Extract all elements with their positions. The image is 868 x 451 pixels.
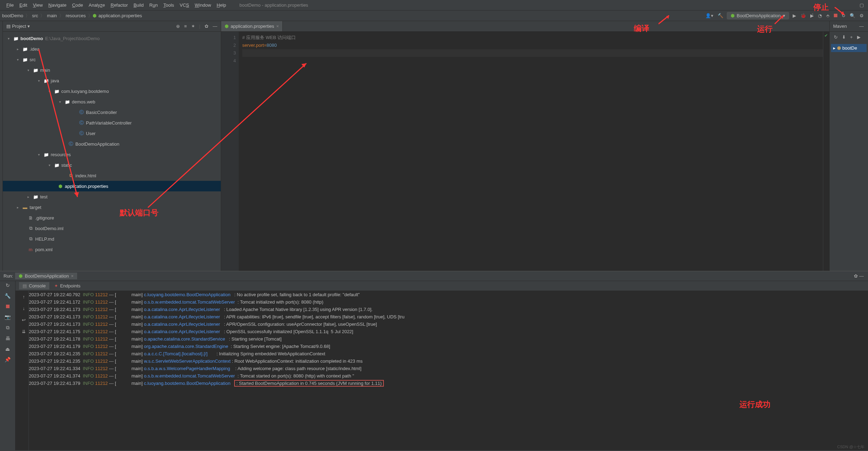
stop-icon[interactable] bbox=[6, 304, 10, 309]
menu-refactor[interactable]: Refactor bbox=[108, 2, 131, 8]
plus-icon[interactable]: + bbox=[849, 34, 854, 40]
tree-basiccontroller[interactable]: ⒸBasicController bbox=[3, 107, 221, 117]
scroll-icon[interactable]: ⇊ bbox=[22, 328, 26, 335]
tree-main[interactable]: ▾main bbox=[3, 65, 221, 75]
endpoints-tab[interactable]: ✦Endpoints bbox=[51, 282, 84, 290]
tree-target[interactable]: ▸▬target bbox=[3, 202, 221, 212]
project-tool-window: ▤ Project ▾ ⊕ ≡ ✶ | ✿ — ▾bootDemoE:\Java… bbox=[3, 21, 221, 271]
editor-area: ⬢ application.properties × 1 2 3 4 # 应用服… bbox=[221, 21, 829, 271]
maven-project[interactable]: ▸⬢bootDe bbox=[831, 44, 867, 52]
tree-resources[interactable]: ▾resources bbox=[3, 149, 221, 160]
run-config-selector[interactable]: ⬢ BootDemoApplication ▾ bbox=[727, 12, 789, 19]
left-toolbar[interactable] bbox=[0, 21, 3, 271]
debug-button[interactable]: 🐞 bbox=[800, 12, 807, 19]
tree-demos[interactable]: ▾demos.web bbox=[3, 96, 221, 107]
rerun-icon[interactable]: ↻ bbox=[6, 282, 10, 288]
maven-title[interactable]: Maven bbox=[833, 24, 847, 29]
hide-icon[interactable]: — bbox=[858, 273, 864, 279]
editor-tab[interactable]: ⬢ application.properties × bbox=[221, 21, 283, 31]
run-label: Run: bbox=[4, 273, 13, 279]
crumb-resources[interactable]: resources bbox=[64, 13, 88, 18]
tree-pathvarcontroller[interactable]: ⒸPathVariableController bbox=[3, 117, 221, 128]
search-button[interactable]: 🔍 bbox=[849, 12, 856, 19]
menu-vcs[interactable]: VCS bbox=[177, 2, 192, 8]
menu-edit[interactable]: Edit bbox=[17, 2, 30, 8]
tree-src[interactable]: ▾src bbox=[3, 54, 221, 65]
build-button[interactable]: 🔨 bbox=[717, 12, 724, 19]
stop-button[interactable] bbox=[833, 12, 838, 19]
close-icon[interactable]: × bbox=[71, 273, 74, 279]
menu-window[interactable]: Window bbox=[192, 2, 214, 8]
download-icon[interactable]: ⬇ bbox=[841, 34, 847, 40]
close-icon[interactable]: × bbox=[276, 24, 279, 29]
update-icon[interactable]: 🔧 bbox=[5, 293, 11, 299]
crumb-bootdemo[interactable]: bootDemo bbox=[0, 13, 25, 18]
console-tab[interactable]: ▤Console bbox=[19, 282, 49, 290]
wrap-icon[interactable]: ↩ bbox=[22, 316, 26, 324]
project-tree[interactable]: ▾bootDemoE:\Java_Project\bootDemo ▸.idea… bbox=[3, 32, 221, 271]
spring-icon: ⬢ bbox=[225, 24, 229, 29]
tree-user[interactable]: ⒸUser bbox=[3, 128, 221, 139]
up-icon[interactable]: ↑ bbox=[23, 293, 25, 300]
gear-icon[interactable]: ✿ bbox=[853, 273, 858, 279]
menu-tools[interactable]: Tools bbox=[161, 2, 177, 8]
settings-button[interactable]: ⚙ bbox=[859, 12, 864, 19]
code-value: 8080 bbox=[267, 43, 277, 48]
tree-iml[interactable]: ⧉bootDemo.iml bbox=[3, 223, 221, 234]
tree-appprops[interactable]: ⬢application.properties bbox=[3, 181, 221, 191]
coverage-button[interactable]: ▶̂ bbox=[810, 12, 814, 19]
code-editor[interactable]: 1 2 3 4 # 应用服务 WEB 访问端口 server.port=8080… bbox=[221, 32, 829, 271]
run-tab[interactable]: ⬢ BootDemoApplication × bbox=[15, 273, 77, 279]
menu-build[interactable]: Build bbox=[131, 2, 146, 8]
reload-icon[interactable]: ↻ bbox=[833, 34, 838, 40]
code-content[interactable]: # 应用服务 WEB 访问端口 server.port=8080 bbox=[239, 32, 823, 271]
update-button[interactable]: ↻ bbox=[841, 12, 846, 19]
menu-code[interactable]: Code bbox=[69, 2, 86, 8]
user-icon[interactable]: 👤▾ bbox=[705, 12, 714, 19]
tree-test[interactable]: ▸test bbox=[3, 191, 221, 202]
print-icon[interactable]: 🖶 bbox=[5, 336, 10, 341]
tree-idea[interactable]: ▸.idea bbox=[3, 44, 221, 54]
attach-button[interactable]: ⬘ bbox=[825, 12, 830, 19]
tree-pom[interactable]: mpom.xml bbox=[3, 244, 221, 255]
crumb-file[interactable]: application.properties bbox=[96, 13, 144, 18]
camera-icon[interactable]: 📷 bbox=[5, 314, 11, 320]
code-comment: # 应用服务 WEB 访问端口 bbox=[242, 35, 296, 40]
collapse-icon[interactable]: ✶ bbox=[191, 24, 195, 29]
spring-icon: ⬢ bbox=[19, 273, 23, 279]
project-panel-title[interactable]: ▤ Project ▾ bbox=[6, 24, 30, 29]
thread-icon[interactable]: ⧉ bbox=[6, 325, 10, 331]
gear-icon[interactable]: ✿ bbox=[205, 24, 208, 29]
tree-index[interactable]: ⧉index.html bbox=[3, 170, 221, 181]
crumb-src[interactable]: src bbox=[30, 13, 40, 18]
exit-icon[interactable]: ⏏ bbox=[5, 346, 10, 352]
menu-help[interactable]: Help bbox=[214, 2, 229, 8]
tree-root[interactable]: ▾bootDemoE:\Java_Project\bootDemo bbox=[3, 33, 221, 44]
maximize-icon[interactable]: ▢ bbox=[859, 2, 864, 8]
menu-view[interactable]: View bbox=[30, 2, 45, 8]
menu-navigate[interactable]: Navigate bbox=[45, 2, 69, 8]
run-icon[interactable]: ▶ bbox=[856, 34, 861, 40]
console-output[interactable]: ↑ ↓ ↩ ⇊ 2023-07-27 19:22:40.792 INFO 112… bbox=[15, 291, 868, 450]
tree-help[interactable]: ⧉HELP.md bbox=[3, 234, 221, 244]
tree-gitignore[interactable]: 🗎.gitignore bbox=[3, 212, 221, 223]
navigation-bar: bootDemo〉 src〉 main〉 resources〉 ⬢ applic… bbox=[0, 11, 868, 21]
locate-icon[interactable]: ⊕ bbox=[176, 24, 180, 29]
tree-bootdemoapp[interactable]: ⒸBootDemoApplication bbox=[3, 139, 221, 149]
profile-button[interactable]: ◔ bbox=[817, 12, 823, 19]
hide-icon[interactable]: — bbox=[213, 24, 217, 29]
menu-analyze[interactable]: Analyze bbox=[86, 2, 108, 8]
hide-icon[interactable]: — bbox=[858, 23, 864, 30]
inspection-gutter[interactable]: ✔ bbox=[823, 32, 829, 271]
pin-icon[interactable]: 📌 bbox=[5, 357, 11, 362]
expand-icon[interactable]: ≡ bbox=[184, 24, 187, 29]
console-icon: ▤ bbox=[23, 283, 27, 288]
tree-static[interactable]: ▾static bbox=[3, 160, 221, 170]
down-icon[interactable]: ↓ bbox=[23, 305, 25, 312]
run-button[interactable]: ▶ bbox=[792, 12, 797, 19]
crumb-main[interactable]: main bbox=[45, 13, 59, 18]
menu-file[interactable]: File bbox=[4, 2, 17, 8]
tree-java[interactable]: ▾java bbox=[3, 75, 221, 86]
tree-package[interactable]: ▾com.luoyang.bootdemo bbox=[3, 86, 221, 96]
menu-run[interactable]: Run bbox=[146, 2, 161, 8]
